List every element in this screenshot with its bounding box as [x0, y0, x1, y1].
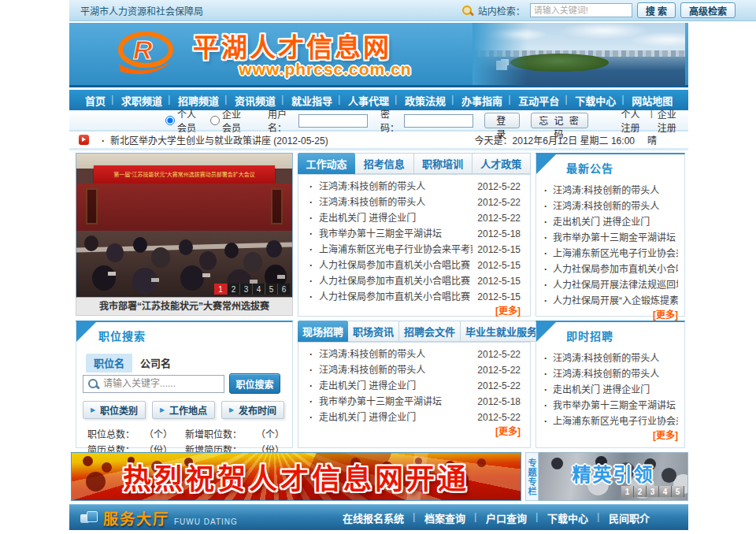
- tab-position-name[interactable]: 职位名: [86, 354, 132, 373]
- instant-job-link[interactable]: 我市举办第十三期金平湖讲坛: [553, 400, 676, 411]
- panel-title: 最新公告: [566, 160, 678, 176]
- ticker-link[interactable]: 新北区举办大学生创业与就业政策讲座 (2012-05-25): [102, 133, 328, 146]
- service-link[interactable]: 下载中心: [537, 510, 598, 525]
- elite-page-number[interactable]: 2: [634, 486, 647, 497]
- slide-page-number[interactable]: 3: [239, 284, 252, 295]
- service-link[interactable]: 在线报名系统: [332, 510, 414, 525]
- announcement-link[interactable]: 人力社保局开展“入企锻炼提素质”: [553, 295, 678, 306]
- nav-item[interactable]: 就业指导: [284, 93, 340, 108]
- job-search-button[interactable]: 职位搜索: [229, 373, 280, 394]
- tab[interactable]: 现场招聘: [298, 321, 348, 342]
- elite-page-number[interactable]: 1: [621, 486, 634, 497]
- photo-caption[interactable]: 我市部署“江苏技能状元”大赛常州选拔赛: [76, 298, 293, 316]
- tab[interactable]: 职场资讯: [348, 321, 399, 342]
- filter-button[interactable]: 发布时间: [221, 401, 284, 419]
- elite-page-number[interactable]: 4: [659, 486, 672, 497]
- instant-job-link[interactable]: 走出机关门 进得企业门: [553, 384, 650, 395]
- tab[interactable]: 招聘会文件: [399, 321, 461, 342]
- announcement-link[interactable]: 汪鸿涛:科技创新的带头人: [553, 201, 659, 212]
- news-link[interactable]: 汪鸿涛:科技创新的带头人: [319, 347, 472, 362]
- slide-page-number[interactable]: 4: [252, 284, 265, 295]
- nav-item[interactable]: 首页: [77, 93, 113, 108]
- nav-item[interactable]: 下载中心: [567, 93, 624, 108]
- news-link[interactable]: 走出机关门 进得企业门: [319, 378, 472, 394]
- news-link[interactable]: 人力社保局参加市直机关小合唱比赛: [319, 273, 472, 289]
- instant-job-link[interactable]: 汪鸿涛:科技创新的带头人: [553, 353, 659, 364]
- slide-page-number[interactable]: 5: [265, 284, 277, 295]
- news-date: 2012-5-18: [477, 394, 521, 410]
- nav-item[interactable]: 招聘频道: [170, 93, 227, 108]
- announcement-link[interactable]: 我市举办第十三期金平湖讲坛: [553, 232, 676, 243]
- announcement-link[interactable]: 人力社保局开展法律法规巡回培训: [553, 280, 678, 291]
- nav-item[interactable]: 资讯频道: [227, 93, 284, 108]
- nav-item[interactable]: 人事代理: [340, 93, 397, 108]
- tab[interactable]: 毕业生就业服务: [461, 321, 543, 342]
- news-link[interactable]: 汪鸿涛:科技创新的带头人: [319, 179, 472, 195]
- search-button[interactable]: 搜 索: [637, 2, 676, 18]
- personal-member-radio[interactable]: [165, 116, 175, 125]
- tab[interactable]: 招考信息: [355, 153, 413, 174]
- nav-item[interactable]: 互动平台: [510, 93, 567, 108]
- panel-title: 职位搜索: [98, 328, 292, 343]
- login-button[interactable]: 登 录: [484, 113, 520, 128]
- news-link[interactable]: 我市举办第十三期金平湖讲坛: [319, 226, 472, 242]
- company-register-link[interactable]: 企业注册: [652, 107, 688, 134]
- forgot-password-button[interactable]: 忘 记 密 码: [531, 113, 589, 128]
- company-member-radio[interactable]: [210, 116, 220, 125]
- filter-button[interactable]: 工作地点: [152, 401, 215, 419]
- slide-page-number[interactable]: 6: [277, 284, 290, 295]
- news-link[interactable]: 汪鸿涛:科技创新的带头人: [319, 195, 472, 210]
- nav-item[interactable]: 政策法规: [397, 93, 454, 108]
- news-link[interactable]: 人力社保局参加市直机关小合唱比赛: [319, 258, 472, 273]
- tab-company-name[interactable]: 公司名: [132, 354, 179, 373]
- job-search-panel: 职位搜索 职位名 公司名 职位搜索 职位类别工作地点发布时间: [76, 321, 293, 448]
- news-link[interactable]: 我市举办第十三期金平湖讲坛: [319, 394, 472, 410]
- instant-job-link[interactable]: 上海浦东新区光电子行业协会来平考: [553, 416, 678, 427]
- tab[interactable]: 职称培训: [414, 153, 472, 174]
- news-item: 走出机关门 进得企业门 2012-5-22: [309, 410, 521, 425]
- announcement-link[interactable]: 上海浦东新区光电子行业协会来平考: [553, 248, 678, 259]
- company-member-option[interactable]: 企业会员: [210, 107, 247, 134]
- elite-page-number[interactable]: 5: [672, 486, 684, 497]
- more-link[interactable]: [更多]: [309, 425, 521, 439]
- keyword-input[interactable]: [103, 378, 217, 389]
- celebration-banner[interactable]: 热烈祝贺人才信息网开通: [71, 452, 521, 501]
- tab[interactable]: 人才政策: [472, 153, 531, 174]
- news-link[interactable]: 汪鸿涛:科技创新的带头人: [319, 362, 472, 378]
- announcement-link[interactable]: 汪鸿涛:科技创新的带头人: [553, 185, 659, 196]
- news-link[interactable]: 走出机关门 进得企业门: [319, 210, 472, 226]
- instant-job-link[interactable]: 汪鸿涛:科技创新的带头人: [553, 369, 659, 380]
- announcement-link[interactable]: 人力社保局参加市直机关小合唱比赛: [553, 264, 678, 275]
- instant-jobs-list: 汪鸿涛:科技创新的带头人汪鸿涛:科技创新的带头人走出机关门 进得企业门我市举办第…: [544, 350, 678, 429]
- nav-item[interactable]: 办事指南: [454, 93, 510, 108]
- news-link[interactable]: 走出机关门 进得企业门: [319, 410, 472, 425]
- filter-button[interactable]: 职位类别: [83, 401, 146, 419]
- service-link[interactable]: 民间职介: [598, 510, 660, 525]
- news-link[interactable]: 上海浦东新区光电子行业协会来平考察: [319, 242, 472, 258]
- site-search-input[interactable]: [530, 3, 632, 17]
- banner-row: 热烈祝贺人才信息网开通 专题专栏 精英引领 12345: [69, 452, 688, 501]
- advanced-search-button[interactable]: 高级检索: [680, 2, 736, 18]
- main-row-1: 第一届“江苏技能状元”大赛常州选拔赛动员部署会扩大会议 123456 我市部署“…: [69, 153, 688, 317]
- announcement-link[interactable]: 走出机关门 进得企业门: [553, 217, 650, 228]
- personal-register-link[interactable]: 个人注册: [615, 107, 651, 134]
- elite-page-number[interactable]: 3: [647, 486, 659, 497]
- username-input[interactable]: [298, 114, 368, 128]
- service-link[interactable]: 档案查询: [414, 510, 476, 525]
- special-column-strip[interactable]: 专题专栏: [525, 452, 539, 501]
- more-link[interactable]: [更多]: [309, 305, 521, 318]
- more-link[interactable]: [更多]: [544, 429, 678, 443]
- slide-page-number[interactable]: 1: [214, 284, 227, 295]
- city-fade: [472, 23, 685, 87]
- service-subtitle: FUWU DATING: [174, 517, 238, 526]
- service-link[interactable]: 户口查询: [476, 510, 537, 525]
- news-link[interactable]: 人力社保局参加市直机关小合唱比赛: [319, 289, 472, 305]
- personal-member-option[interactable]: 个人会员: [165, 107, 202, 134]
- news-item: 走出机关门 进得企业门 2012-5-22: [309, 378, 521, 394]
- tab[interactable]: 工作动态: [298, 153, 355, 174]
- elite-photo[interactable]: 精英引领 12345: [539, 452, 688, 501]
- slide-page-number[interactable]: 2: [227, 284, 239, 295]
- nav-item[interactable]: 网站地图: [624, 93, 680, 108]
- password-input[interactable]: [404, 114, 473, 128]
- nav-item[interactable]: 求职频道: [113, 93, 170, 108]
